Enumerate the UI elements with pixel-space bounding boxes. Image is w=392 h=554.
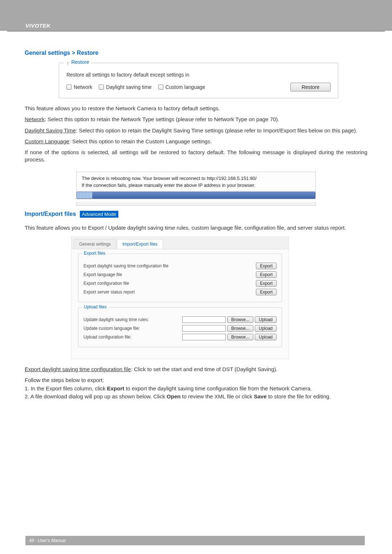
term-custom-language: Custom Language bbox=[25, 138, 69, 144]
checkbox-dst[interactable]: Daylight saving time bbox=[99, 84, 151, 90]
tab-import-export[interactable]: Import/Export files bbox=[117, 239, 163, 249]
upload-button[interactable]: Upload bbox=[255, 334, 277, 340]
paragraph-export-dst: Export daylight saving time configuratio… bbox=[25, 366, 367, 373]
header-band: VIVOTEK bbox=[0, 0, 392, 31]
export-button[interactable]: Export bbox=[256, 263, 277, 269]
upload-row: Update daylight saving time rules: Brows… bbox=[83, 316, 277, 323]
checkbox-custom-language-label: Custom language bbox=[166, 84, 205, 90]
upload-button[interactable]: Upload bbox=[255, 316, 277, 323]
checkbox-custom-language[interactable]: Custom language bbox=[158, 84, 205, 90]
header-rule bbox=[7, 31, 385, 32]
import-export-panel: General settings Import/Export files Exp… bbox=[71, 237, 289, 359]
section-title-ie-text: Import/Export files bbox=[25, 211, 76, 217]
file-path-field[interactable] bbox=[182, 316, 226, 323]
export-row: Export server status report Export bbox=[83, 289, 277, 295]
upload-row-label: Upload configuration file: bbox=[83, 335, 131, 340]
browse-button[interactable]: Browse... bbox=[227, 316, 253, 323]
export-row-label: Export language file bbox=[83, 272, 122, 277]
section-title-restore: General settings > Restore bbox=[25, 50, 367, 56]
section-title-import-export: Import/Export files Advanced Mode bbox=[25, 211, 367, 218]
checkbox-icon bbox=[66, 85, 72, 90]
upload-files-legend: Upload files bbox=[82, 304, 109, 309]
export-files-legend: Export files bbox=[82, 251, 107, 256]
paragraph-custom-language: Custom Language: Select this option to r… bbox=[25, 138, 367, 145]
progress-fill bbox=[77, 192, 92, 198]
export-button[interactable]: Export bbox=[256, 280, 277, 287]
term-network: Network bbox=[25, 116, 45, 122]
reboot-progress-bar bbox=[77, 192, 315, 199]
checkbox-icon bbox=[158, 85, 163, 90]
checkbox-network[interactable]: Network bbox=[66, 84, 92, 90]
paragraph-follow-steps: Follow the steps below to export: bbox=[25, 377, 367, 384]
restore-fieldset: ┌ Restore Restore all settings to factor… bbox=[59, 63, 338, 98]
reboot-msg-line1: The device is rebooting now. Your browse… bbox=[82, 176, 310, 181]
paragraph-ie-intro: This feature allows you to Export / Upda… bbox=[25, 224, 367, 231]
legend-tick-icon: ┌ bbox=[66, 60, 69, 65]
export-row: Export configuration file Export bbox=[83, 280, 277, 287]
export-row: Export daylight saving time configuratio… bbox=[83, 263, 277, 269]
file-path-field[interactable] bbox=[182, 325, 226, 332]
page: VIVOTEK General settings > Restore ┌ Res… bbox=[0, 0, 392, 554]
reboot-box-bottom-strip bbox=[76, 202, 316, 206]
checkbox-network-label: Network bbox=[74, 84, 92, 90]
export-row: Export language file Export bbox=[83, 271, 277, 278]
upload-row: Update custom language file: Browse... U… bbox=[83, 325, 277, 332]
file-path-field[interactable] bbox=[182, 334, 226, 340]
paragraph-none-selected: If none of the options is selected, all … bbox=[25, 149, 367, 164]
restore-legend: ┌ Restore bbox=[64, 59, 91, 65]
footer-band: 48 - User's Manual bbox=[25, 536, 365, 545]
upload-row: Upload configuration file: Browse... Upl… bbox=[83, 334, 277, 340]
paragraph-dst: Daylight Saving Time: Select this option… bbox=[25, 127, 367, 134]
reboot-msg-line2: If the connection fails, please manually… bbox=[82, 182, 310, 188]
browse-button[interactable]: Browse... bbox=[227, 325, 253, 332]
paragraph-network: Network: Select this option to retain th… bbox=[25, 116, 367, 123]
export-files-group: Export files Export daylight saving time… bbox=[78, 254, 282, 302]
brand: VIVOTEK bbox=[25, 22, 50, 29]
tabs: General settings Import/Export files bbox=[72, 237, 289, 249]
checkbox-dst-label: Daylight saving time bbox=[106, 84, 151, 90]
term-export-dst: Export daylight saving time configuratio… bbox=[25, 366, 131, 372]
export-row-label: Export server status report bbox=[83, 290, 135, 295]
term-dst: Daylight Saving Time bbox=[25, 127, 76, 134]
tab-general-settings[interactable]: General settings bbox=[74, 239, 116, 249]
export-row-label: Export daylight saving time configuratio… bbox=[83, 263, 168, 268]
export-button[interactable]: Export bbox=[256, 271, 277, 278]
upload-button[interactable]: Upload bbox=[255, 325, 277, 332]
export-button[interactable]: Export bbox=[256, 289, 277, 295]
paragraph-intro: This feature allows you to restore the N… bbox=[25, 105, 367, 112]
export-row-label: Export configuration file bbox=[83, 281, 129, 286]
advanced-mode-badge: Advanced Mode bbox=[80, 211, 118, 218]
reboot-message-box: The device is rebooting now. Your browse… bbox=[76, 172, 316, 199]
footer-text: 48 - User's Manual bbox=[29, 538, 65, 543]
content: General settings > Restore ┌ Restore Res… bbox=[0, 38, 392, 415]
browse-button[interactable]: Browse... bbox=[227, 334, 253, 340]
restore-legend-text: Restore bbox=[71, 59, 89, 65]
checkbox-icon bbox=[99, 85, 104, 90]
restore-button[interactable]: Restore bbox=[290, 83, 331, 91]
upload-row-label: Update custom language file: bbox=[83, 326, 140, 331]
upload-files-group: Upload files Update daylight saving time… bbox=[78, 307, 282, 347]
step-2: 2. A file download dialog will pop up as… bbox=[25, 393, 367, 400]
restore-description: Restore all settings to factory default … bbox=[66, 72, 331, 78]
upload-row-label: Update daylight saving time rules: bbox=[83, 317, 149, 322]
step-1: 1. In the Export files column, click Exp… bbox=[25, 385, 367, 392]
